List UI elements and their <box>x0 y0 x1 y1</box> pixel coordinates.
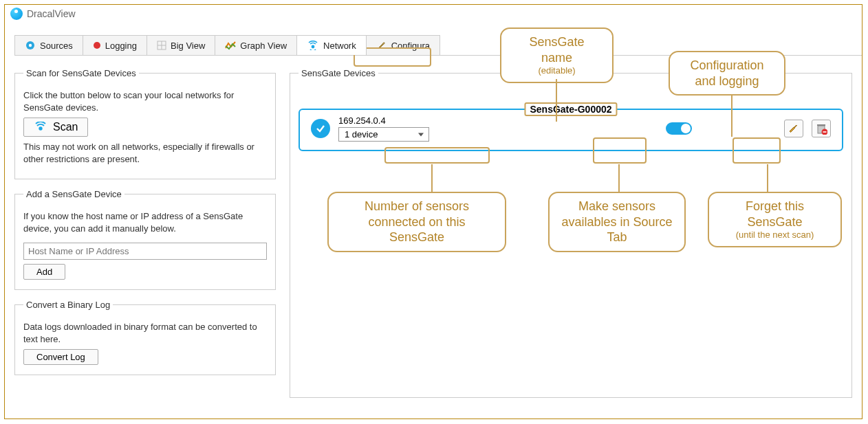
annot-forget: Forget this SensGate (until the next sca… <box>708 192 842 247</box>
convert-button[interactable]: Convert Log <box>23 349 98 365</box>
device-ip: 169.254.0.4 <box>338 115 429 126</box>
scan-desc: Click the button below to scan your loca… <box>23 89 267 113</box>
tab-bigview[interactable]: Big View <box>147 35 215 55</box>
tab-network[interactable]: Network <box>296 35 367 55</box>
svg-point-1 <box>29 44 32 47</box>
configure-button[interactable] <box>784 120 803 137</box>
gear-icon <box>25 40 36 51</box>
convert-legend: Convert a Binary Log <box>23 300 113 310</box>
tab-logging[interactable]: Logging <box>83 35 147 55</box>
add-button[interactable]: Add <box>23 264 65 280</box>
connector <box>767 164 768 192</box>
add-legend: Add a SensGate Device <box>23 189 124 199</box>
device-card: SensGate-G00002 169.254.0.4 1 device <box>299 109 843 151</box>
scan-group: Scan for SensGate Devices Click the butt… <box>14 68 276 179</box>
connector <box>431 164 433 192</box>
network-icon <box>307 41 319 50</box>
titlebar: DracalView <box>5 5 862 23</box>
svg-point-6 <box>312 45 314 47</box>
connector <box>731 94 733 137</box>
wrench-icon <box>376 40 387 51</box>
convert-desc: Data logs downloaded in binary format ca… <box>23 321 267 345</box>
forget-button[interactable] <box>812 120 831 137</box>
grid-icon <box>157 41 166 50</box>
svg-rect-9 <box>817 124 825 126</box>
connector <box>618 164 620 192</box>
graph-icon <box>225 41 236 50</box>
scan-button[interactable]: Scan <box>23 118 88 137</box>
add-group: Add a SensGate Device If you know the ho… <box>14 189 276 290</box>
record-icon <box>93 41 101 49</box>
host-input[interactable] <box>23 243 267 260</box>
add-desc: If you know the host name or IP address … <box>23 210 267 234</box>
convert-group: Convert a Binary Log Data logs downloade… <box>14 300 276 375</box>
device-name[interactable]: SensGate-G00002 <box>524 102 617 116</box>
svg-rect-11 <box>823 131 827 133</box>
devices-legend: SensGate Devices <box>299 68 378 78</box>
annot-sensgate-name: SensGate name (editable) <box>500 27 614 83</box>
annot-config: Configuration and logging <box>669 51 785 96</box>
app-icon <box>10 8 23 20</box>
tab-configuration[interactable]: Configura <box>366 35 440 55</box>
app-title: DracalView <box>27 8 76 19</box>
tab-graphview[interactable]: Graph View <box>215 35 297 55</box>
device-count-select[interactable]: 1 device <box>338 127 429 142</box>
scan-warn: This may not work on all networks, espec… <box>23 141 267 165</box>
tab-sources[interactable]: Sources <box>14 35 83 55</box>
status-ok-icon <box>311 119 330 138</box>
scan-icon <box>34 122 47 133</box>
annot-make-available: Make sensors availables in Source Tab <box>548 192 686 252</box>
enable-toggle[interactable] <box>666 122 692 135</box>
scan-legend: Scan for SensGate Devices <box>23 68 139 78</box>
svg-point-7 <box>39 127 42 130</box>
annot-sensor-count: Number of sensors connected on this Sens… <box>327 192 506 252</box>
svg-point-2 <box>94 42 100 49</box>
connector <box>556 79 557 122</box>
